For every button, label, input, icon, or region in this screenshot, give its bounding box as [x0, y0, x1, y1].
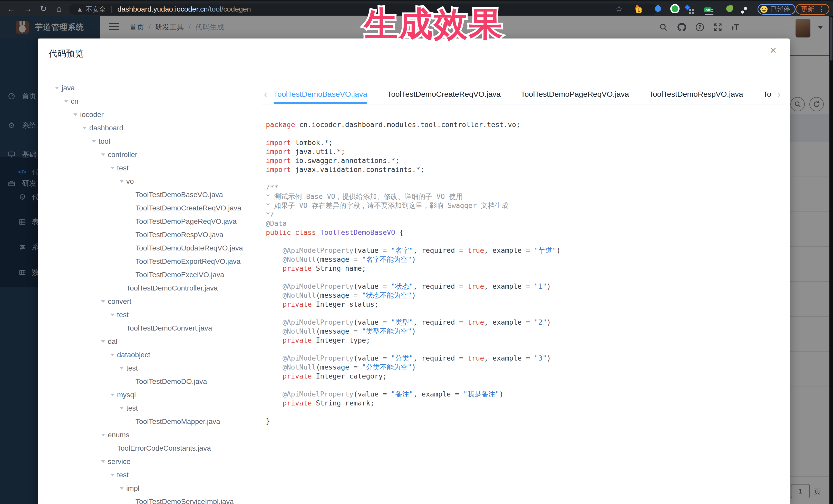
tree-node-folder[interactable]: mysql [38, 388, 259, 402]
file-tab-3[interactable]: ToolTestDemoRespVO.java [649, 85, 743, 104]
caret-down-icon[interactable] [82, 127, 87, 129]
code-line [266, 129, 777, 138]
scrollbar-thumb[interactable] [830, 17, 832, 61]
tree-node-folder[interactable]: iocoder [38, 108, 259, 121]
code-line: @ApiModelProperty(value = "类型", required… [266, 318, 777, 327]
tree-node-folder[interactable]: vo [38, 175, 259, 188]
tree-node-file[interactable]: ToolTestDemoServiceImpl.java [38, 495, 259, 504]
caret-down-icon[interactable] [101, 434, 105, 436]
browser-update-button[interactable]: 更新 ⋮ [795, 4, 829, 15]
home-icon[interactable]: ⌂ [56, 5, 61, 13]
tree-node-file[interactable]: ToolTestDemoPageReqVO.java [38, 215, 259, 228]
paused-extension-button[interactable]: 已暂停 [758, 4, 795, 15]
tree-node-folder[interactable]: convert [38, 295, 259, 308]
tree-node-file[interactable]: ToolTestDemoBaseVO.java [38, 188, 259, 201]
tree-node-file[interactable]: ToolTestDemoCreateReqVO.java [38, 201, 259, 215]
tree-node-folder[interactable]: test [38, 468, 259, 482]
extension-sprout-icon[interactable] [726, 5, 733, 12]
file-tab-0[interactable]: ToolTestDemoBaseVO.java [273, 85, 367, 104]
tree-node-folder[interactable]: service [38, 455, 259, 468]
file-tab-2[interactable]: ToolTestDemoPageReqVO.java [521, 85, 629, 104]
tree-node-folder[interactable]: enums [38, 428, 259, 442]
reload-icon[interactable]: ↻ [40, 5, 47, 13]
tree-node-folder[interactable]: test [38, 162, 259, 175]
tabs-scroll-right-icon[interactable]: › [775, 89, 783, 99]
caret-down-icon[interactable] [73, 114, 77, 116]
caret-down-icon[interactable] [101, 153, 105, 156]
extension-badge: 1 [636, 7, 642, 13]
code-line: /** [266, 183, 777, 192]
tree-node-folder[interactable]: tool [38, 135, 259, 148]
browser-menu-kebab-icon[interactable]: ⋮ [818, 6, 825, 13]
close-icon[interactable]: × [770, 45, 777, 56]
code-line: @ApiModelProperty(value = "名字", required… [266, 246, 777, 255]
code-line: @NotNull(message = "类型不能为空") [266, 327, 777, 336]
caret-down-icon[interactable] [120, 367, 124, 369]
tree-node-folder[interactable]: dal [38, 335, 259, 348]
caret-down-icon[interactable] [120, 487, 124, 489]
tree-node-file[interactable]: ToolTestDemoUpdateReqVO.java [38, 241, 259, 255]
code-line [266, 345, 777, 354]
back-arrow-icon[interactable]: ← [7, 5, 16, 13]
caret-down-icon[interactable] [64, 100, 68, 103]
code-line: */ [266, 210, 777, 219]
caret-down-icon[interactable] [55, 87, 59, 89]
extension-orange-icon[interactable]: 1 [636, 6, 639, 11]
caret-down-icon[interactable] [110, 354, 115, 356]
tree-node-folder[interactable]: dataobject [38, 348, 259, 362]
modal-title: 代码预览 [49, 48, 84, 59]
code-line: * 如果子 VO 存在差异的字段，请不要添加到这里，影响 Swagger 文档生… [266, 201, 777, 210]
caret-down-icon[interactable] [110, 314, 115, 316]
code-line: @ApiModelProperty(value = "状态", required… [266, 282, 777, 291]
caret-down-icon[interactable] [120, 407, 124, 410]
tree-node-file[interactable]: ToolTestDemoExportReqVO.java [38, 255, 259, 268]
code-line: public class ToolTestDemoBaseVO { [266, 228, 777, 237]
code-line: } [266, 416, 777, 426]
caret-down-icon[interactable] [101, 460, 105, 463]
code-line: import javax.validation.constraints.*; [266, 165, 777, 174]
caret-down-icon[interactable] [92, 140, 96, 143]
caret-down-icon[interactable] [120, 180, 124, 183]
code-line: import io.swagger.annotations.*; [266, 156, 777, 165]
caret-down-icon[interactable] [110, 474, 115, 476]
tree-node-folder[interactable]: controller [38, 148, 259, 162]
code-line: @ApiModelProperty(value = "备注", example … [266, 389, 777, 399]
tree-node-folder[interactable]: test [38, 308, 259, 321]
tabs-scroll-left-icon[interactable]: ‹ [262, 89, 269, 99]
code-line [266, 408, 777, 416]
tree-node-folder[interactable]: test [38, 362, 259, 375]
tree-node-folder[interactable]: java [38, 81, 259, 95]
tree-node-file[interactable]: ToolErrorCodeConstants.java [38, 442, 259, 455]
tree-node-file[interactable]: ToolTestDemoRespVO.java [38, 228, 259, 241]
code-line: private Integer category; [266, 371, 777, 381]
emoji-face-icon [760, 6, 767, 13]
tree-node-file[interactable]: ToolTestDemoMapper.java [38, 415, 259, 428]
update-label: 更新 [801, 5, 814, 14]
not-secure-warning-icon: ▲ [76, 5, 83, 13]
forward-arrow-icon[interactable]: → [24, 5, 32, 13]
code-line: @NotNull(message = "分类不能为空") [266, 363, 777, 371]
file-tab-1[interactable]: ToolTestDemoCreateReqVO.java [387, 85, 501, 104]
not-secure-label[interactable]: 不安全 [86, 5, 106, 14]
caret-down-icon[interactable] [110, 394, 115, 396]
tree-node-file[interactable]: ToolTestDemoExcelVO.java [38, 268, 259, 282]
tree-node-folder[interactable]: test [38, 402, 259, 415]
caret-down-icon[interactable] [101, 300, 105, 303]
tree-node-folder[interactable]: impl [38, 482, 259, 495]
code-line [266, 273, 777, 282]
code-line: import java.util.*; [266, 147, 777, 156]
file-tab-4[interactable]: ToolTe [763, 85, 771, 104]
caret-down-icon[interactable] [101, 340, 105, 343]
tree-node-folder[interactable]: dashboard [38, 121, 259, 135]
caret-down-icon[interactable] [110, 167, 115, 169]
code-line [266, 381, 777, 389]
extension-green-icon[interactable] [670, 4, 680, 13]
tree-node-file[interactable]: ToolTestDemoDO.java [38, 375, 259, 388]
paused-label: 已暂停 [770, 5, 790, 14]
file-tree: javacniocoderdashboardtoolcontrollertest… [38, 81, 259, 504]
tree-node-file[interactable]: ToolTestDemoConvert.java [38, 321, 259, 335]
window-scrollbar[interactable] [829, 16, 833, 504]
tree-node-folder[interactable]: cn [38, 95, 259, 108]
bookmark-star-icon[interactable]: ☆ [615, 4, 623, 14]
tree-node-file[interactable]: ToolTestDemoController.java [38, 282, 259, 295]
